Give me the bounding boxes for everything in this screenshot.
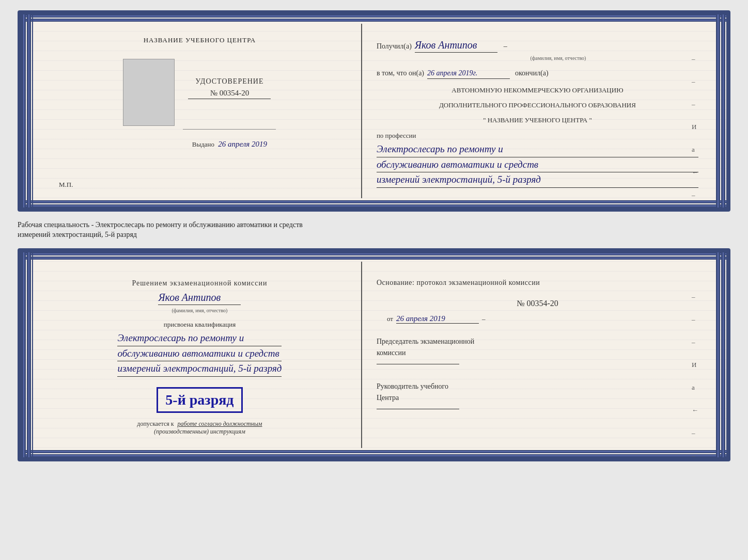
protocol-number-row: № 00354-20 xyxy=(377,297,698,310)
left-decoration-bar-2 xyxy=(22,252,33,457)
director-label: Руководитель учебного xyxy=(377,381,698,392)
school-name-left: НАЗВАНИЕ УЧЕБНОГО ЦЕНТРА xyxy=(144,36,256,44)
photo-placeholder xyxy=(123,59,175,126)
finished-label: окончил(а) xyxy=(515,69,549,77)
chairman-sign-line xyxy=(377,364,459,364)
top-decoration-bar xyxy=(22,14,726,22)
right-side-marks: – – – И а ← – – – xyxy=(692,55,698,212)
qual-line2: обслуживанию автоматики и средств xyxy=(117,346,282,362)
recipient-label: (фамилия, имя, отчество) xyxy=(530,55,586,61)
org-block: АВТОНОМНУЮ НЕКОММЕРЧЕСКУЮ ОРГАНИЗАЦИЮ ДО… xyxy=(377,85,698,125)
org-line1: АВТОНОМНУЮ НЕКОММЕРЧЕСКУЮ ОРГАНИЗАЦИЮ xyxy=(377,85,698,96)
cert-number: № 00354-20 xyxy=(188,89,271,99)
lower-document-card: Решением экзаменационной комиссии Яков А… xyxy=(18,248,730,461)
allowed-text2: (производственным) инструкциям xyxy=(154,428,245,435)
director-block: Руководитель учебного Центра xyxy=(377,381,698,413)
upper-card-right-panel: Получил(а) Яков Антипов – (фамилия, имя,… xyxy=(362,24,713,198)
date-prefix: от xyxy=(387,315,393,323)
allowed-text: работе согласно должностным xyxy=(178,420,262,427)
bottom-decoration-bar xyxy=(22,200,726,207)
profession-label: по профессии xyxy=(377,132,698,140)
profession-block: по профессии Электрослесарь по ремонту и… xyxy=(377,132,698,188)
in-that-prefix: в том, что он(а) xyxy=(377,69,424,77)
qual-block: Электрослесарь по ремонту и обслуживанию… xyxy=(117,331,282,377)
allowed-prefix: допускается к xyxy=(137,420,174,427)
right-side-marks-2: – – – И а ← – – – xyxy=(692,293,698,461)
cert-info-block: УДОСТОВЕРЕНИЕ № 00354-20 Выдано 26 апрел… xyxy=(183,59,276,149)
allowed-row2: (производственным) инструкциям xyxy=(154,428,245,436)
profession-line2: обслуживанию автоматики и средств xyxy=(377,157,698,173)
completion-date: 26 апреля 2019г. xyxy=(427,69,510,79)
right-decoration-bar xyxy=(715,14,726,207)
upper-card-left-panel: НАЗВАНИЕ УЧЕБНОГО ЦЕНТРА УДОСТОВЕРЕНИЕ №… xyxy=(38,24,362,198)
lower-card-left-panel: Решением экзаменационной комиссии Яков А… xyxy=(38,262,362,448)
chairman-label: Председатель экзаменационной xyxy=(377,336,698,347)
basis-label: Основание: протокол экзаменационной коми… xyxy=(377,277,698,289)
grade-text: 5-й разряд xyxy=(165,392,233,408)
mp-label: М.П. xyxy=(59,181,73,189)
profession-line1: Электрослесарь по ремонту и xyxy=(377,142,698,157)
chairman-block: Председатель экзаменационной комиссии xyxy=(377,336,698,369)
org-line2: ДОПОЛНИТЕЛЬНОГО ПРОФЕССИОНАЛЬНОГО ОБРАЗО… xyxy=(377,100,698,111)
lower-date: 26 апреля 2019 xyxy=(396,314,479,324)
right-decoration-bar-2 xyxy=(715,252,726,457)
lower-name-label: (фамилия, имя, отчество) xyxy=(172,308,227,313)
received-prefix: Получил(а) xyxy=(377,42,412,51)
allowed-row: допускается к работе согласно должностны… xyxy=(137,420,262,428)
qual-line3: измерений электростанций, 5-й разряд xyxy=(117,361,282,377)
issued-line: Выдано 26 апреля 2019 xyxy=(192,140,267,149)
cert-label: УДОСТОВЕРЕНИЕ xyxy=(195,77,263,86)
issued-date: 26 апреля 2019 xyxy=(218,140,267,148)
in-that-row: в том, что он(а) 26 апреля 2019г. окончи… xyxy=(377,69,698,79)
date-row: от 26 апреля 2019 – xyxy=(377,314,698,324)
protocol-number: № 00354-20 xyxy=(517,299,558,308)
lower-name-label-row: (фамилия, имя, отчество) xyxy=(172,305,227,314)
left-content-row: УДОСТОВЕРЕНИЕ № 00354-20 Выдано 26 апрел… xyxy=(123,59,276,149)
received-row: Получил(а) Яков Антипов – xyxy=(377,39,698,53)
grade-box-container: 5-й разряд xyxy=(157,383,242,417)
recipient-label-row: (фамилия, имя, отчество) xyxy=(418,53,698,62)
org-name: " НАЗВАНИЕ УЧЕБНОГО ЦЕНТРА " xyxy=(377,115,698,126)
left-decoration-bar xyxy=(22,14,33,207)
upper-document-card: НАЗВАНИЕ УЧЕБНОГО ЦЕНТРА УДОСТОВЕРЕНИЕ №… xyxy=(18,10,730,212)
director-sign-line xyxy=(377,409,459,409)
name-row-lower: Яков Антипов xyxy=(158,292,241,305)
grade-box: 5-й разряд xyxy=(157,387,242,413)
lower-card-right-panel: – – – И а ← – – – Основание: протокол эк… xyxy=(362,262,713,448)
issued-label: Выдано xyxy=(192,140,214,148)
director-label2: Центра xyxy=(377,392,698,404)
bottom-decoration-bar-2 xyxy=(22,450,726,457)
decision-line: Решением экзаменационной комиссии xyxy=(132,279,267,287)
assigned-label: присвоена квалификация xyxy=(164,321,236,329)
basis-block: Основание: протокол экзаменационной коми… xyxy=(377,277,698,413)
qual-line1: Электрослесарь по ремонту и xyxy=(117,331,282,346)
chairman-label2: комиссии xyxy=(377,347,698,359)
lower-recipient-name: Яков Антипов xyxy=(158,292,241,305)
profession-line3: измерений электростанций, 5-й разряд xyxy=(377,172,698,188)
specialty-label: Рабочая специальность - Электрослесарь п… xyxy=(18,220,730,240)
top-decoration-bar-2 xyxy=(22,252,726,260)
recipient-name: Яков Антипов xyxy=(415,39,497,53)
